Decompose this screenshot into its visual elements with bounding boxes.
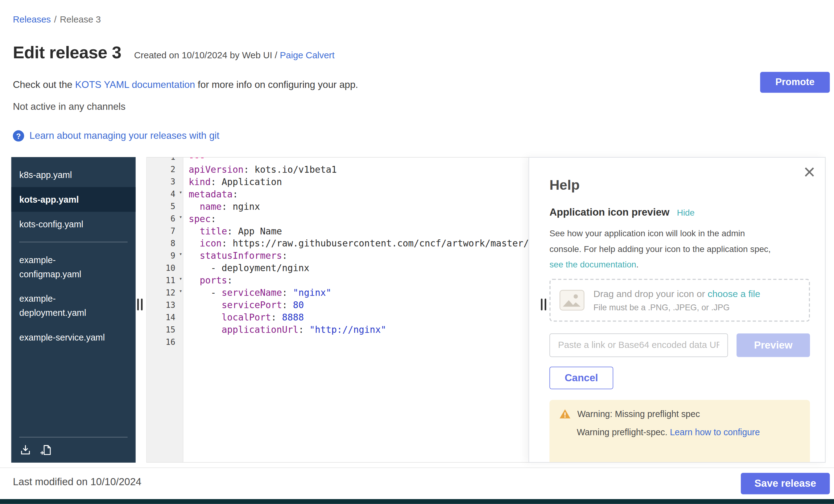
kots-docs-link[interactable]: KOTS YAML documentation (75, 79, 195, 90)
close-icon[interactable]: × (804, 162, 815, 182)
code-text: kind: Application (183, 176, 282, 188)
icon-url-row: Preview (549, 333, 810, 357)
breadcrumb-releases-link[interactable]: Releases (13, 15, 51, 25)
sidebar-divider (19, 242, 128, 242)
dropzone-text-block: Drag and drop your icon or choose a file… (593, 288, 760, 312)
cancel-button[interactable]: Cancel (549, 367, 613, 389)
bottom-strip (0, 499, 834, 504)
code-text: servicePort: 80 (183, 299, 304, 311)
code-text: name: nginx (183, 200, 260, 213)
preview-button[interactable]: Preview (737, 333, 810, 357)
line-number: 13 (147, 299, 183, 311)
created-text: Created on 10/10/2024 by Web UI / (134, 50, 280, 61)
see-documentation-link[interactable]: see the documentation (549, 260, 636, 269)
help-panel: × Help Application icon preview Hide See… (529, 157, 826, 463)
warning-detail: Warning preflight-spec. Learn how to con… (577, 427, 800, 437)
line-number: 4▾ (147, 188, 183, 200)
line-number: 3 (147, 176, 183, 188)
icon-preview-section: Application icon preview Hide (549, 206, 810, 218)
line-number: 7 (147, 225, 183, 238)
dropzone-hint: File must be a .PNG, .JPEG, or .JPG (593, 303, 760, 312)
image-placeholder-icon (559, 290, 585, 311)
code-text: localPort: 8888 (183, 311, 304, 324)
code-text: - deployment/nginx (183, 262, 309, 275)
help-description-suffix: . (636, 260, 639, 269)
dropzone-text: Drag and drop your icon or choose a file (593, 288, 760, 299)
file-item-kots-app.yaml[interactable]: kots-app.yaml (11, 187, 135, 212)
line-number: 10 (147, 262, 183, 275)
breadcrumb-separator: / (54, 15, 57, 25)
title-row: Edit release 3 Created on 10/10/2024 by … (13, 43, 335, 63)
line-number: 2 (147, 163, 183, 176)
help-description-line1: See how your application icon will look … (549, 229, 745, 238)
code-text (183, 336, 189, 349)
last-modified: Last modified on 10/10/2024 (13, 476, 141, 488)
code-text: spec: (183, 213, 216, 225)
choose-file-link[interactable]: choose a file (707, 288, 760, 299)
file-item-k8s-app.yaml[interactable]: k8s-app.yaml (11, 162, 135, 187)
fold-arrow-icon[interactable]: ▾ (179, 214, 182, 220)
configure-preflight-link[interactable]: Learn how to configure (670, 427, 760, 437)
code-text: - serviceName: "nginx" (183, 287, 331, 299)
file-item-example-configmap.yaml[interactable]: example- configmap.yaml (11, 248, 135, 286)
line-number: 5 (147, 200, 183, 213)
line-number: 11▾ (147, 275, 183, 287)
help-description: See how your application icon will look … (549, 226, 810, 272)
upload-file-icon[interactable] (19, 444, 32, 456)
code-text: apiVersion: kots.io/v1beta1 (183, 163, 337, 176)
sidebar-footer (19, 437, 128, 456)
code-text: icon: https://raw.githubusercontent.com/… (183, 238, 529, 250)
file-list-primary: k8s-app.yamlkots-app.yamlkots-config.yam… (11, 157, 135, 236)
docs-prefix: Check out the (13, 79, 75, 90)
fold-arrow-icon[interactable]: ▾ (179, 288, 182, 294)
created-info: Created on 10/10/2024 by Web UI / Paige … (134, 50, 335, 61)
panel-resize-handle[interactable] (541, 299, 546, 310)
line-number: 16 (147, 336, 183, 349)
breadcrumb-current: Release 3 (60, 15, 101, 25)
dropzone-text-prefix: Drag and drop your icon or (593, 288, 707, 299)
line-number: 8 (147, 238, 183, 250)
file-item-example-service.yaml[interactable]: example-service.yaml (11, 325, 135, 349)
help-title: Help (549, 177, 810, 194)
file-item-example-deployment.yaml[interactable]: example- deployment.yaml (11, 286, 135, 325)
line-number: 14 (147, 311, 183, 324)
promote-button[interactable]: Promote (760, 72, 830, 93)
code-text: ports: (183, 275, 233, 287)
icon-url-input[interactable] (549, 333, 728, 357)
warning-row: Warning: Missing preflight spec (559, 409, 800, 419)
warning-title: Warning: Missing preflight spec (577, 409, 700, 419)
warning-icon (559, 409, 571, 419)
fold-arrow-icon[interactable]: ▾ (179, 190, 182, 195)
git-row: ? Learn about managing your releases wit… (13, 130, 220, 141)
help-description-line2: console. For help adding your icon to th… (549, 245, 770, 254)
hide-link[interactable]: Hide (677, 208, 695, 217)
fold-arrow-icon[interactable]: ▾ (179, 276, 182, 281)
footer-divider (0, 467, 834, 468)
warning-box: Warning: Missing preflight spec Warning … (549, 400, 810, 463)
code-text: metadata: (183, 188, 238, 200)
file-sidebar: k8s-app.yamlkots-app.yamlkots-config.yam… (11, 157, 135, 463)
warning-detail-text: Warning preflight-spec. (577, 427, 670, 437)
breadcrumb: Releases/Release 3 (13, 15, 101, 25)
line-number: 12▾ (147, 287, 183, 299)
page: Releases/Release 3 Edit release 3 Create… (0, 0, 834, 504)
help-circle-icon: ? (13, 130, 24, 141)
author-link[interactable]: Paige Calvert (280, 50, 334, 61)
release-workspace: k8s-app.yamlkots-app.yamlkots-config.yam… (11, 157, 825, 463)
sidebar-resize-handle[interactable] (137, 299, 142, 310)
save-release-button[interactable]: Save release (741, 473, 830, 495)
line-number: 1 (147, 157, 183, 163)
docs-suffix: for more info on configuring your app. (195, 79, 358, 90)
new-file-icon[interactable] (40, 444, 52, 456)
line-number: 6▾ (147, 213, 183, 225)
page-title: Edit release 3 (13, 43, 121, 63)
file-item-kots-config.yaml[interactable]: kots-config.yaml (11, 212, 135, 237)
icon-dropzone[interactable]: Drag and drop your icon or choose a file… (549, 279, 810, 322)
git-releases-link[interactable]: Learn about managing your releases with … (29, 130, 220, 141)
docs-line: Check out the KOTS YAML documentation fo… (13, 79, 358, 90)
code-text: applicationUrl: "http://nginx" (183, 324, 386, 336)
code-text: statusInformers: (183, 250, 287, 262)
fold-arrow-icon[interactable]: ▾ (179, 251, 182, 257)
line-number: 15 (147, 324, 183, 336)
file-list-secondary: example- configmap.yamlexample- deployme… (11, 248, 135, 349)
